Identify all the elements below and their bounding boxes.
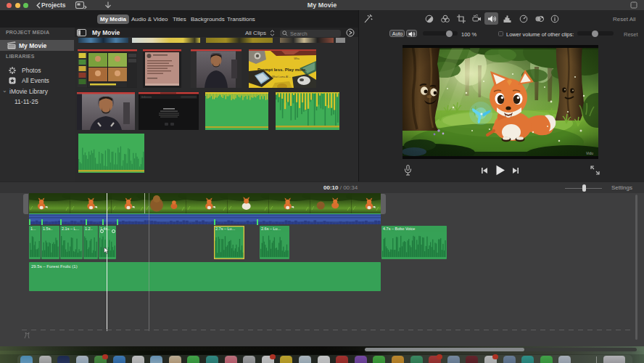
svg-text:What Luma AI ...: What Luma AI ... [272, 76, 292, 78]
svg-text:2.1s – L...: 2.1s – L... [62, 227, 80, 231]
svg-text:1.5s..: 1.5s.. [43, 227, 53, 231]
svg-text:29.5s – Forest Frolic (1): 29.5s – Forest Frolic (1) [31, 264, 78, 269]
svg-text:4.7s – Bobo Voice: 4.7s – Bobo Voice [383, 227, 415, 231]
svg-text:Wha: Wha [294, 57, 299, 60]
svg-text:2.7s – Lu...: 2.7s – Lu... [215, 227, 236, 231]
svg-text:2.6s – Lu...: 2.6s – Lu... [261, 227, 281, 231]
svg-text:Vidu: Vidu [586, 151, 593, 155]
svg-text:Prompt less. Play more.: Prompt less. Play more. [257, 68, 307, 72]
svg-text:1...: 1... [30, 227, 36, 231]
svg-text:1.2..: 1.2.. [85, 227, 93, 231]
